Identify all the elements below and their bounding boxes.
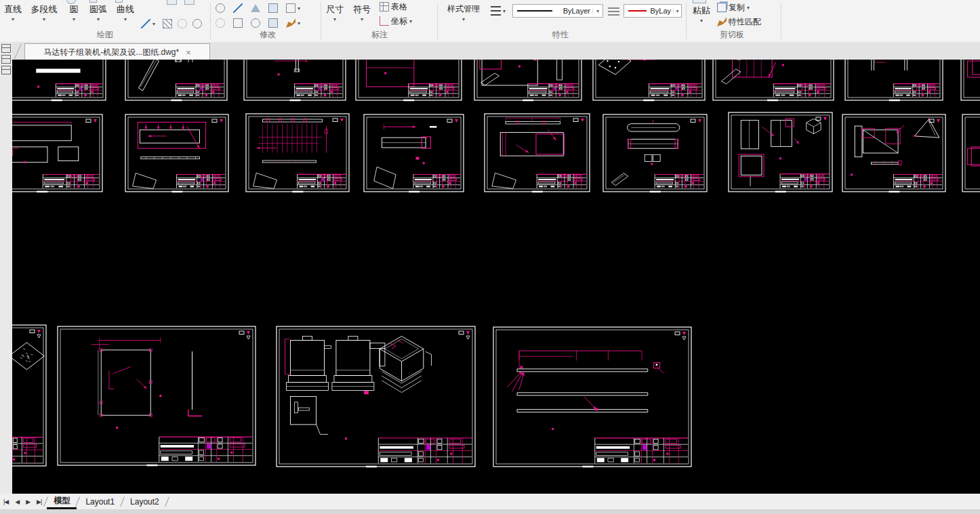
coordinate-icon xyxy=(380,16,389,26)
linetype-select[interactable]: ByLay ▾ xyxy=(624,4,682,18)
tab-layout2[interactable]: Layout2 xyxy=(123,496,166,507)
coordinate-button[interactable]: 坐标▾ xyxy=(380,15,412,27)
sheet-thumbnail xyxy=(364,114,464,192)
rotate-button[interactable] xyxy=(251,17,260,29)
sheet-thumbnail xyxy=(12,60,106,100)
layout-tab-bar: |◀ ◀ ▶ ▶| 模型 Layout1 Layout2 xyxy=(0,494,980,509)
brush-icon xyxy=(717,17,727,26)
document-tab[interactable]: 马达转子组装机-机架及设...图纸.dwg* × xyxy=(24,43,210,60)
sheet-thumbnail xyxy=(842,114,945,192)
lineweight-button[interactable]: ▾ xyxy=(491,5,506,17)
line-button[interactable]: 直线▾ xyxy=(1,4,24,22)
mirror-button[interactable] xyxy=(233,2,243,14)
chevron-down-icon: ▾ xyxy=(673,8,681,14)
prev-tab-button[interactable]: ◀ xyxy=(12,498,22,505)
tab-layout1[interactable]: Layout1 xyxy=(79,496,121,507)
chevron-down-icon: ▾ xyxy=(409,18,412,24)
tab-slant-edge xyxy=(14,43,22,59)
sheet-thumbnail xyxy=(729,112,832,192)
rectangle-button[interactable]: ▾ xyxy=(286,2,300,14)
next-tab-button[interactable]: ▶ xyxy=(22,498,33,505)
grid-tool-icon[interactable] xyxy=(1,66,11,74)
solid-button[interactable] xyxy=(268,17,278,29)
copy-icon xyxy=(717,3,727,12)
panel-separator xyxy=(686,3,687,39)
color-line-sample xyxy=(517,10,552,12)
chevron-down-icon: ▾ xyxy=(324,16,346,22)
copy-button[interactable]: 复制▾ xyxy=(717,1,750,14)
chevron-down-icon: ▾ xyxy=(442,16,485,22)
wipeout-button[interactable] xyxy=(192,18,202,30)
color-select[interactable]: ByLayer ▾ xyxy=(512,4,603,18)
close-icon[interactable]: × xyxy=(186,47,191,58)
sheet-thumbnail xyxy=(12,114,102,192)
chevron-down-icon: ▾ xyxy=(503,8,506,14)
hatch-button[interactable] xyxy=(163,18,172,30)
last-tab-button[interactable]: ▶| xyxy=(33,498,45,505)
chevron-down-icon: ▾ xyxy=(298,5,300,12)
region-button[interactable] xyxy=(178,18,187,30)
hatch-edit-button[interactable]: ▾ xyxy=(286,17,300,29)
sheet-thumbnail xyxy=(474,60,581,100)
move-button[interactable] xyxy=(216,2,225,14)
panel-separator xyxy=(321,3,321,39)
linetype-select-value: ByLay xyxy=(651,7,674,15)
array-button[interactable] xyxy=(268,2,278,14)
status-bar xyxy=(0,509,980,514)
arc-button[interactable]: 圆弧▾ xyxy=(85,4,111,22)
sheet-thumbnail xyxy=(58,326,256,465)
style-manager-button[interactable]: 样式管理▾ xyxy=(442,4,485,22)
drawing-sheets-svg xyxy=(12,60,980,494)
construction-line-button[interactable]: ▾ xyxy=(141,18,155,30)
table-button[interactable]: 表格 xyxy=(380,1,407,13)
fillet-button[interactable] xyxy=(251,2,260,14)
annotate-panel-caption: 标注 xyxy=(339,29,420,41)
model-space-canvas[interactable] xyxy=(12,60,980,494)
panel-separator xyxy=(210,3,211,39)
chevron-down-icon: ▾ xyxy=(26,16,62,22)
paste-button[interactable]: 粘贴▾ xyxy=(690,5,713,24)
panel-separator xyxy=(781,3,781,39)
chevron-down-icon: ▾ xyxy=(1,16,24,22)
dimension-button[interactable]: 尺寸▾ xyxy=(324,4,346,22)
sheet-thumbnail xyxy=(246,114,349,192)
sheet-thumbnail xyxy=(603,114,707,192)
trim-button[interactable] xyxy=(233,17,243,29)
document-tab-title: 马达转子组装机-机架及设...图纸.dwg* xyxy=(43,47,179,58)
left-toolbar-strip xyxy=(0,42,12,514)
tab-model[interactable]: 模型 xyxy=(47,494,77,509)
chevron-down-icon: ▾ xyxy=(113,16,138,22)
cad-application-window: 直线▾ 多段线▾ 圆▾ 圆弧▾ 曲线▾ ▾ 绘图 ▾ ▾ 修改 尺寸▾ 符号▾ … xyxy=(0,0,980,514)
sheet-thumbnail xyxy=(12,325,46,466)
match-properties-button[interactable]: 特性匹配 xyxy=(717,16,761,28)
lineweight-icon xyxy=(491,6,501,16)
draw-panel-caption: 绘图 xyxy=(64,29,146,41)
linetype-button[interactable] xyxy=(608,5,619,18)
circle-button[interactable]: 圆▾ xyxy=(64,4,84,22)
symbol-button[interactable]: 符号▾ xyxy=(351,4,373,22)
move-icon xyxy=(216,3,225,13)
fillet-icon xyxy=(251,4,260,12)
properties-panel-caption: 特性 xyxy=(520,29,601,41)
hatch-icon xyxy=(163,19,172,28)
sheet-thumbnail xyxy=(244,60,346,100)
sheet-thumbnail xyxy=(125,60,227,100)
rotate-icon xyxy=(251,18,260,28)
sheet-thumbnail xyxy=(713,60,834,100)
spline-button[interactable]: 曲线▾ xyxy=(113,4,138,22)
first-tab-button[interactable]: |◀ xyxy=(0,498,12,505)
sheet-thumbnail xyxy=(845,60,943,100)
sheet-thumbnail xyxy=(356,60,462,100)
rectangle-icon xyxy=(286,3,295,13)
trim-icon xyxy=(233,18,243,28)
sheet-thumbnail xyxy=(962,114,980,192)
pencil-icon xyxy=(286,18,295,28)
polyline-button[interactable]: 多段线▾ xyxy=(26,4,62,22)
circle-a-icon xyxy=(192,19,202,28)
layer-tool-icon[interactable] xyxy=(1,55,11,64)
scale-button[interactable] xyxy=(216,17,225,29)
clipboard-icon xyxy=(693,0,706,3)
pin-tool-icon[interactable] xyxy=(1,44,11,53)
scale-icon xyxy=(216,18,225,28)
chevron-down-icon: ▾ xyxy=(592,8,603,14)
